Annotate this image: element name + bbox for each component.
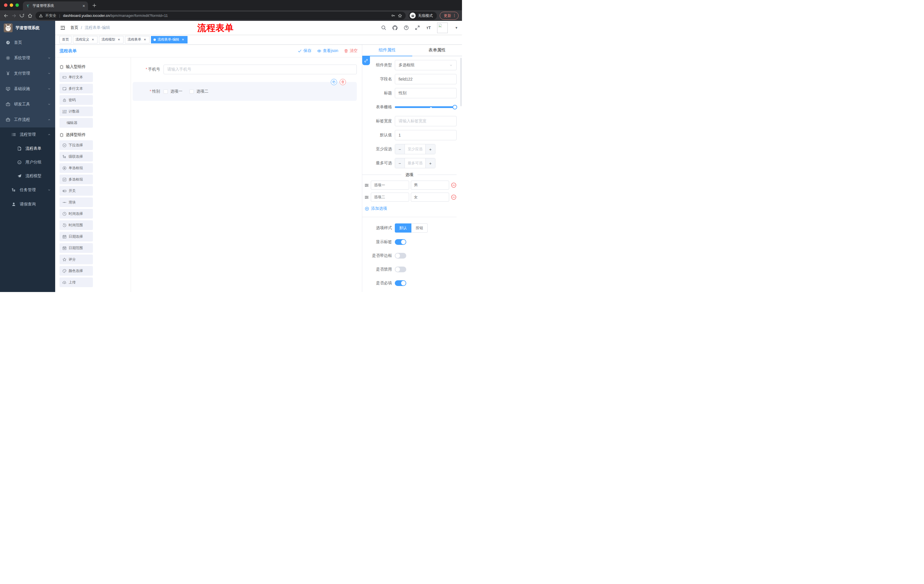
label-width-input[interactable]: 请输入标签宽度 (395, 116, 457, 126)
tab-close-icon[interactable]: ✕ (82, 4, 85, 8)
delete-component-button[interactable] (340, 79, 346, 85)
browser-tab[interactable]: 芋道管理系统 ✕ (23, 2, 88, 10)
field-name-input[interactable]: field122 (395, 74, 457, 84)
tab-process-form[interactable]: 流程表单✕ (125, 36, 150, 43)
reload-button[interactable] (20, 13, 25, 18)
checkbox-icon[interactable] (190, 89, 194, 94)
component-chip-date-range[interactable]: 日期范围 (59, 243, 93, 253)
component-chip-radio-group[interactable]: 单选框组 (59, 163, 93, 173)
selected-checkbox-component[interactable]: *性别 选项一选项二 (133, 82, 357, 101)
toggle-disabled[interactable] (395, 267, 406, 272)
gender-checkbox-option[interactable]: 选项一 (163, 89, 182, 94)
tab-form-props[interactable]: 表单属性 (412, 44, 462, 56)
component-chip-multi-line-text[interactable]: 多行文本 (59, 84, 93, 94)
link-chain-tab[interactable] (362, 56, 370, 65)
tag-close-icon[interactable]: ✕ (143, 38, 147, 42)
sidebar-item-home[interactable]: 首页 (0, 35, 55, 50)
tab-component-props[interactable]: 组件属性 (362, 44, 412, 56)
option-style-button[interactable]: 按钮 (411, 224, 428, 233)
home-button[interactable] (28, 13, 33, 18)
tag-close-icon[interactable]: ✕ (117, 38, 121, 42)
help-icon[interactable] (404, 25, 409, 30)
component-chip-single-line-text[interactable]: 单行文本 (59, 72, 93, 82)
component-chip-select[interactable]: 下拉选择 (59, 140, 93, 150)
option-label-input[interactable]: 选项二 (371, 192, 409, 202)
forward-button[interactable] (12, 13, 16, 18)
tag-close-icon[interactable]: ✕ (91, 38, 95, 42)
minus-button[interactable]: − (395, 158, 405, 168)
checkbox-icon[interactable] (163, 89, 168, 94)
remove-option-button[interactable] (451, 194, 457, 200)
option-value-input[interactable]: 男 (411, 181, 449, 190)
phone-field-row[interactable]: *手机号 请输入手机号 (133, 64, 357, 74)
close-window-button[interactable] (4, 3, 7, 7)
min-select-value[interactable]: 至少应选 (405, 144, 426, 154)
toggle-with-border[interactable] (395, 253, 406, 258)
minimize-window-button[interactable] (10, 3, 13, 7)
fullscreen-icon[interactable] (415, 25, 420, 30)
component-chip-rate[interactable]: 评分 (59, 255, 93, 264)
sidebar-logo[interactable]: 芋道管理系统 (0, 21, 55, 35)
gender-checkbox-option[interactable]: 选项二 (190, 89, 208, 94)
plus-button[interactable]: + (426, 144, 435, 154)
option-label-input[interactable]: 选项一 (371, 181, 409, 190)
address-bar[interactable]: 不安全 | dashboard.yudao.iocoder.cn/bpm/man… (35, 12, 406, 20)
window-controls[interactable] (4, 3, 19, 7)
avatar[interactable] (437, 23, 448, 33)
clear-button[interactable]: 清空 (344, 48, 358, 53)
tag-close-icon[interactable]: ✕ (181, 38, 185, 42)
sidebar-item-workflow[interactable]: 工作流程 (0, 112, 55, 127)
browser-menu-icon[interactable] (452, 13, 457, 18)
default-value-input[interactable]: 1 (395, 130, 457, 140)
font-size-icon[interactable]: ᴛT (426, 25, 431, 30)
plus-button[interactable]: + (426, 158, 435, 168)
sidebar-item-system-mgmt[interactable]: 系统管理 (0, 50, 55, 66)
zoom-window-button[interactable] (15, 3, 19, 7)
avatar-caret-down-icon[interactable]: ▼ (455, 26, 458, 30)
toggle-required[interactable] (395, 280, 406, 286)
component-chip-slider[interactable]: 滑块 (59, 197, 93, 207)
option-style-default[interactable]: 默认 (395, 224, 411, 233)
component-chip-time-range[interactable]: 时间范围 (59, 220, 93, 230)
sidebar-item-task-mgmt[interactable]: 任务管理 (0, 183, 55, 197)
form-grid-slider[interactable] (395, 102, 457, 112)
component-chip-cascader[interactable]: 级联选择 (59, 152, 93, 161)
max-select-value[interactable]: 最多可选 (405, 158, 426, 168)
copy-component-button[interactable] (331, 79, 337, 85)
remove-option-button[interactable] (451, 182, 457, 188)
github-icon[interactable] (392, 25, 398, 31)
component-type-select[interactable]: 多选框组 (395, 60, 457, 70)
tab-process-form-edit[interactable]: 流程表单-编辑✕ (151, 36, 188, 43)
sidebar-item-leave-query[interactable]: 请假查询 (0, 197, 55, 211)
bookmark-star-icon[interactable] (398, 13, 402, 18)
chrome-update-button[interactable]: 更新 (440, 12, 459, 20)
slider-handle[interactable] (452, 105, 457, 109)
view-json-button[interactable]: 查看json (317, 48, 338, 53)
scrollbar-thumb[interactable] (460, 58, 462, 106)
sidebar-item-process-mgmt[interactable]: 流程管理 (0, 127, 55, 142)
tab-home[interactable]: 首页 (59, 36, 71, 43)
component-chip-editor[interactable]: 编辑器 (59, 118, 93, 128)
sidebar-item-dev-tools[interactable]: 研发工具 (0, 97, 55, 112)
toggle-show-label[interactable] (395, 239, 406, 245)
sidebar-item-user-group[interactable]: 用户分组 (0, 155, 55, 169)
not-secure-warning-icon[interactable] (39, 14, 43, 18)
back-button[interactable] (3, 13, 8, 18)
component-chip-color-picker[interactable]: 颜色选择 (59, 266, 93, 276)
component-chip-checkbox-group[interactable]: 多选框组 (59, 174, 93, 184)
component-chip-password[interactable]: 密码 (59, 95, 93, 105)
password-key-icon[interactable] (391, 13, 395, 18)
tab-process-definition[interactable]: 流程定义✕ (73, 36, 97, 43)
sidebar-item-infrastructure[interactable]: 基础设施 (0, 81, 55, 97)
option-value-input[interactable]: 女 (411, 192, 449, 202)
phone-field-input[interactable]: 请输入手机号 (163, 64, 357, 74)
component-chip-date-picker[interactable]: 日期选择 (59, 232, 93, 242)
sidebar-collapse-icon[interactable] (60, 25, 66, 31)
sidebar-item-process-form[interactable]: 流程表单 (0, 142, 55, 155)
sidebar-item-payment-mgmt[interactable]: 支付管理 (0, 66, 55, 81)
component-chip-time-picker[interactable]: 时间选择 (59, 209, 93, 219)
header-search-icon[interactable] (381, 25, 386, 30)
sidebar-item-process-model[interactable]: 流程模型 (0, 169, 55, 183)
component-chip-upload[interactable]: 上传 (59, 277, 93, 287)
minus-button[interactable]: − (395, 144, 405, 154)
